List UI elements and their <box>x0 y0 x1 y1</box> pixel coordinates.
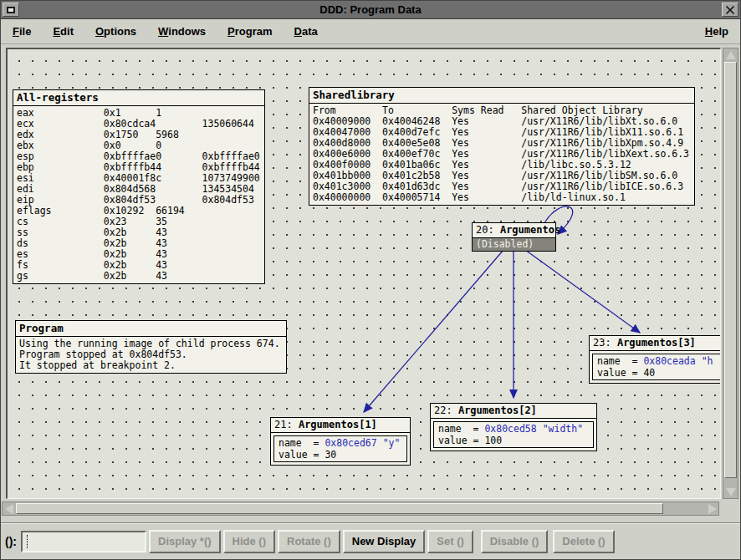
program-box[interactable]: Program Using the running image of child… <box>15 320 287 374</box>
edge-20-21 <box>364 250 503 412</box>
node-21-title: 21: Argumentos[1] <box>271 418 410 433</box>
menu-options[interactable]: Options <box>95 25 136 38</box>
node-20-status: (Disabled) <box>473 238 555 251</box>
all-registers-box[interactable]: All-registers eax 0x1 1ecx 0x80cdca4 135… <box>13 89 265 284</box>
program-line: It stopped at breakpoint 2. <box>16 360 286 371</box>
sharedlibrary-rows: 0x40009000 0x40046248 Yes /usr/X11R6/lib… <box>309 116 694 203</box>
window-menu-icon <box>7 7 15 13</box>
argument-prompt-label: (): <box>5 535 17 548</box>
node-21-fields: name = 0x80ced67 "y"value = 30 <box>273 435 407 462</box>
display-node-21[interactable]: 21: Argumentos[1] name = 0x80ced67 "y"va… <box>270 417 411 466</box>
library-row: 0x40000000 0x40005714 Yes /lib/ld-linux.… <box>309 192 694 203</box>
scroll-down-button[interactable] <box>723 486 738 498</box>
horizontal-scrollbar[interactable] <box>2 501 719 516</box>
toolbar-button[interactable]: Hide () <box>223 530 275 553</box>
vertical-scrollbar-thumb[interactable] <box>724 62 737 478</box>
all-registers-title: All-registers <box>13 90 264 106</box>
display-node-22[interactable]: 22: Argumentos[2] name = 0x80ced58 "widt… <box>430 403 597 451</box>
argument-input[interactable] <box>23 532 145 551</box>
menu-program[interactable]: Program <box>227 25 272 38</box>
program-rows: Using the running image of child process… <box>16 337 286 373</box>
node-20-title: 20: Argumentos <box>473 223 555 238</box>
ddd-window: { "theme": { "titlebar-bg": "#6e6e6e", "… <box>0 0 741 560</box>
argument-field-frame <box>21 531 146 552</box>
node-field: value = 100 <box>438 435 589 446</box>
node-23-fields: name = 0x80ceada "hvalue = 40 <box>592 354 721 380</box>
menu-windows[interactable]: Windows <box>158 25 206 38</box>
vertical-scrollbar[interactable] <box>723 48 738 499</box>
toolbar-button[interactable]: Display *() <box>149 530 221 553</box>
sharedlibrary-box[interactable]: Sharedlibrary From To Syms Read Shared O… <box>309 87 695 206</box>
edge-20-23 <box>525 250 640 333</box>
sharedlibrary-title: Sharedlibrary <box>309 88 694 104</box>
menu-data[interactable]: Data <box>294 25 318 38</box>
data-window: All-registers eax 0x1 1ecx 0x80cdca4 135… <box>1 44 740 524</box>
menubar: File Edit Options Windows Program Data H… <box>1 19 740 44</box>
close-icon <box>725 5 735 15</box>
window-menu-button[interactable] <box>3 3 19 17</box>
node-22-fields: name = 0x80ced58 "width"value = 100 <box>433 421 594 448</box>
toolbar-button[interactable]: Disable () <box>481 530 549 553</box>
node-22-title: 22: Argumentos[2] <box>431 404 596 419</box>
horizontal-scrollbar-thumb[interactable] <box>16 503 663 514</box>
left-arrow-icon <box>5 504 13 514</box>
close-button[interactable] <box>722 3 738 17</box>
node-field: value = 40 <box>597 367 721 379</box>
menu-file[interactable]: File <box>13 25 31 38</box>
scroll-up-button[interactable] <box>723 48 738 61</box>
menu-help[interactable]: Help <box>705 25 728 38</box>
vertical-scrollbar-trough[interactable] <box>723 61 738 486</box>
node-field: name = 0x80ceada "h <box>597 355 721 367</box>
display-toolbar: (): Display *()Hide ()Rotate ()New Displ… <box>1 522 740 559</box>
scroll-right-button[interactable] <box>706 502 718 515</box>
graph-canvas[interactable]: All-registers eax 0x1 1ecx 0x80cdca4 135… <box>6 48 721 499</box>
scroll-left-button[interactable] <box>3 502 15 515</box>
program-title: Program <box>16 321 286 337</box>
toolbar-buttons: Display *()Hide ()Rotate ()New DisplaySe… <box>146 530 615 553</box>
toolbar-button[interactable]: Set () <box>427 530 473 553</box>
up-arrow-icon <box>726 51 736 59</box>
all-registers-rows: eax 0x1 1ecx 0x80cdca4 135060644edx 0x17… <box>13 106 264 283</box>
display-node-20[interactable]: 20: Argumentos (Disabled) <box>472 222 556 252</box>
toolbar-button[interactable]: Rotate () <box>278 530 340 553</box>
text-caret <box>27 535 28 548</box>
display-node-23[interactable]: 23: Argumentos[3] name = 0x80ceada "hval… <box>589 335 721 384</box>
register-row: gs 0x2b 43 <box>13 271 264 282</box>
down-arrow-icon <box>726 488 736 496</box>
right-arrow-icon <box>708 504 717 514</box>
menu-edit[interactable]: Edit <box>53 25 74 38</box>
node-field: value = 30 <box>279 449 402 461</box>
window-title: DDD: Program Data <box>23 3 718 16</box>
toolbar-button[interactable]: Delete () <box>553 530 614 553</box>
titlebar: DDD: Program Data <box>1 1 740 19</box>
horizontal-scrollbar-trough[interactable] <box>15 502 706 515</box>
node-23-title: 23: Argumentos[3] <box>590 336 721 351</box>
node-field: name = 0x80ced67 "y" <box>279 437 402 449</box>
node-field: name = 0x80ced58 "width" <box>438 423 589 435</box>
toolbar-button[interactable]: New Display <box>343 530 426 553</box>
